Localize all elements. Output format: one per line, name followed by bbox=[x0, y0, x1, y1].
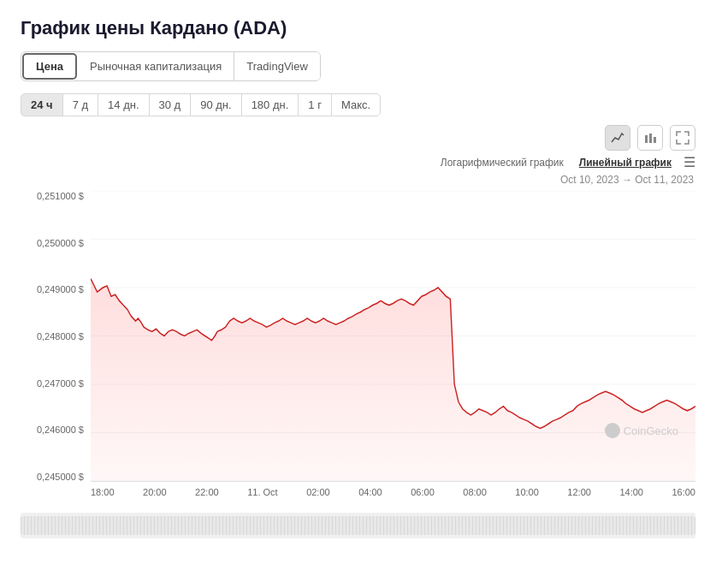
menu-icon[interactable]: ☰ bbox=[683, 154, 695, 170]
y-axis: 0,251000 $ 0,250000 $ 0,249000 $ 0,24800… bbox=[21, 191, 89, 482]
y-label-5: 0,246000 $ bbox=[21, 425, 89, 435]
timeframe-7d[interactable]: 7 д bbox=[62, 93, 98, 116]
x-label-10: 14:00 bbox=[619, 487, 643, 497]
bar-chart-icon-btn[interactable] bbox=[637, 125, 663, 151]
timeframe-90d[interactable]: 90 дн. bbox=[190, 93, 241, 116]
x-label-11: 16:00 bbox=[672, 487, 695, 497]
linear-scale-option[interactable]: Линейный график bbox=[576, 155, 675, 170]
expand-icon bbox=[676, 131, 689, 145]
scrollbar-inner bbox=[21, 516, 695, 535]
timeframe-selector: 24 ч 7 д 14 дн. 30 д 90 дн. 180 дн. 1 г … bbox=[21, 93, 380, 116]
line-chart-icon bbox=[611, 131, 624, 145]
x-label-7: 08:00 bbox=[463, 487, 487, 497]
timeframe-24h[interactable]: 24 ч bbox=[21, 93, 63, 116]
chart-type-controls bbox=[21, 125, 695, 151]
chart-svg-area: CoinGecko bbox=[91, 191, 695, 482]
y-label-6: 0,245000 $ bbox=[21, 472, 89, 482]
y-label-2: 0,249000 $ bbox=[21, 284, 89, 294]
bar-chart-icon bbox=[643, 131, 657, 145]
tab-price[interactable]: Цена bbox=[22, 53, 77, 80]
range-scrollbar[interactable] bbox=[21, 513, 695, 538]
x-label-0: 18:00 bbox=[91, 487, 115, 497]
x-axis: 18:00 20:00 22:00 11. Oct 02:00 04:00 06… bbox=[91, 484, 695, 508]
watermark-text: CoinGecko bbox=[624, 425, 678, 437]
x-label-3: 11. Oct bbox=[247, 487, 277, 497]
y-label-0: 0,251000 $ bbox=[21, 191, 89, 201]
x-label-5: 04:00 bbox=[358, 487, 382, 497]
tab-tradingview[interactable]: TradingView bbox=[234, 52, 320, 80]
svg-rect-1 bbox=[649, 134, 652, 143]
date-range-display: Oct 10, 2023 → Oct 11, 2023 bbox=[21, 174, 695, 186]
chart-container: 0,251000 $ 0,250000 $ 0,249000 $ 0,24800… bbox=[21, 191, 695, 508]
line-chart-icon-btn[interactable] bbox=[605, 125, 630, 151]
y-label-4: 0,247000 $ bbox=[21, 378, 89, 389]
timeframe-180d[interactable]: 180 дн. bbox=[241, 93, 299, 116]
chart-scale-options: Логарифмический график Линейный график ☰ bbox=[21, 154, 695, 170]
expand-icon-btn[interactable] bbox=[670, 125, 695, 151]
x-label-4: 02:00 bbox=[306, 487, 330, 497]
svg-rect-0 bbox=[645, 135, 648, 143]
y-label-1: 0,250000 $ bbox=[21, 238, 89, 248]
x-label-8: 10:00 bbox=[515, 487, 539, 497]
x-label-6: 06:00 bbox=[411, 487, 435, 497]
svg-rect-2 bbox=[654, 137, 656, 143]
log-scale-option[interactable]: Логарифмический график bbox=[437, 155, 567, 170]
timeframe-max[interactable]: Макс. bbox=[331, 93, 381, 116]
timeframe-14d[interactable]: 14 дн. bbox=[98, 93, 149, 116]
timeframe-1y[interactable]: 1 г bbox=[298, 93, 332, 116]
x-label-2: 22:00 bbox=[195, 487, 219, 497]
x-label-1: 20:00 bbox=[143, 487, 167, 497]
coingecko-logo bbox=[605, 423, 620, 438]
watermark: CoinGecko bbox=[605, 423, 678, 438]
x-label-9: 12:00 bbox=[567, 487, 591, 497]
main-tabs: Цена Рыночная капитализация TradingView bbox=[21, 51, 321, 81]
timeframe-30d[interactable]: 30 д bbox=[149, 93, 192, 116]
tab-market-cap[interactable]: Рыночная капитализация bbox=[78, 52, 234, 80]
page-title: График цены Кардано (ADA) bbox=[21, 17, 695, 39]
y-label-3: 0,248000 $ bbox=[21, 331, 89, 342]
